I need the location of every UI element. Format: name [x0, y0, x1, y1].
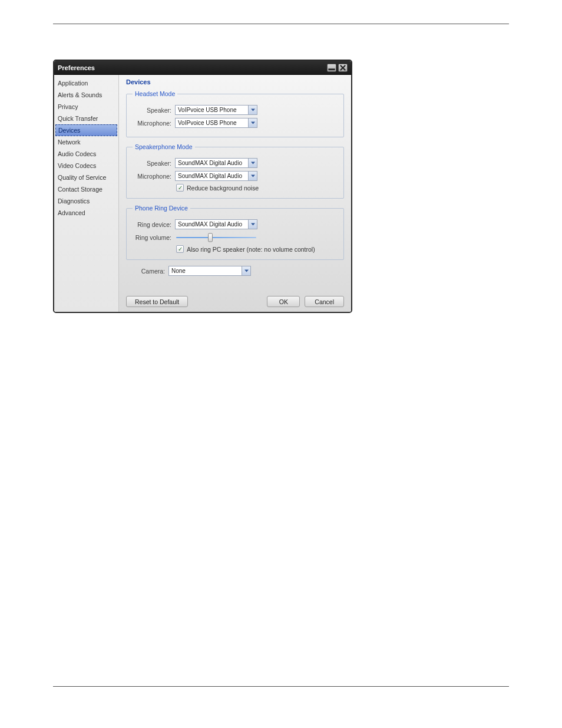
sidebar-item-quick-transfer[interactable]: Quick Transfer	[54, 113, 118, 124]
headset-mode-group: Headset Mode Speaker: VoIPvoice USB Phon…	[126, 90, 344, 137]
svg-marker-8	[244, 269, 249, 272]
speakerphone-microphone-select[interactable]: SoundMAX Digital Audio	[175, 171, 257, 181]
also-ring-pc-speaker-label: Also ring PC speaker (note: no volume co…	[187, 246, 315, 253]
svg-marker-5	[251, 162, 255, 164]
headset-speaker-label: Speaker:	[133, 107, 171, 114]
camera-label: Camera:	[126, 268, 165, 275]
ring-volume-label: Ring volume:	[133, 234, 171, 241]
phone-ring-device-group: Phone Ring Device Ring device: SoundMAX …	[126, 205, 344, 260]
dialog-button-bar: Reset to Default OK Cancel	[126, 296, 344, 307]
sidebar-item-video-codecs[interactable]: Video Codecs	[54, 160, 118, 172]
close-icon	[339, 64, 347, 72]
category-sidebar: Application Alerts & Sounds Privacy Quic…	[54, 75, 119, 312]
headset-mode-legend: Headset Mode	[133, 90, 177, 97]
speakerphone-mode-group: Speakerphone Mode Speaker: SoundMAX Digi…	[126, 143, 344, 199]
ring-device-label: Ring device:	[133, 221, 171, 228]
phone-ring-device-legend: Phone Ring Device	[133, 205, 190, 212]
svg-marker-6	[251, 174, 255, 177]
also-ring-pc-speaker-checkbox[interactable]: ✓	[176, 245, 184, 253]
speakerphone-microphone-label: Microphone:	[133, 173, 171, 180]
sidebar-item-quality-of-service[interactable]: Quality of Service	[54, 172, 118, 183]
sidebar-item-audio-codecs[interactable]: Audio Codecs	[54, 148, 118, 160]
chevron-down-icon	[242, 266, 250, 275]
headset-microphone-label: Microphone:	[133, 120, 171, 127]
speakerphone-speaker-label: Speaker:	[133, 160, 171, 167]
speakerphone-speaker-value: SoundMAX Digital Audio	[178, 160, 242, 166]
window-title: Preferences	[58, 64, 325, 71]
svg-marker-4	[251, 121, 255, 124]
headset-speaker-select[interactable]: VoIPvoice USB Phone	[175, 105, 257, 115]
speakerphone-microphone-value: SoundMAX Digital Audio	[178, 173, 242, 179]
reset-to-default-button[interactable]: Reset to Default	[126, 296, 188, 307]
headset-speaker-value: VoIPvoice USB Phone	[178, 107, 237, 113]
ring-device-value: SoundMAX Digital Audio	[178, 221, 242, 228]
headset-microphone-select[interactable]: VoIPvoice USB Phone	[175, 118, 257, 128]
close-button[interactable]	[338, 64, 348, 72]
main-panel: Devices Headset Mode Speaker: VoIPvoice …	[119, 75, 351, 312]
sidebar-item-application[interactable]: Application	[54, 77, 118, 89]
slider-thumb[interactable]	[208, 233, 213, 242]
chevron-down-icon	[248, 159, 257, 167]
chevron-down-icon	[248, 220, 257, 229]
page-bottom-rule	[53, 686, 509, 687]
reduce-noise-label: Reduce background noise	[187, 185, 259, 192]
ring-volume-slider[interactable]	[175, 232, 257, 242]
sidebar-item-contact-storage[interactable]: Contact Storage	[54, 183, 118, 195]
svg-rect-0	[328, 68, 335, 70]
slider-track	[176, 237, 256, 238]
camera-value: None	[171, 268, 186, 274]
minimize-icon	[328, 64, 336, 72]
sidebar-item-advanced[interactable]: Advanced	[54, 207, 118, 219]
chevron-down-icon	[248, 106, 257, 114]
panel-heading: Devices	[126, 78, 344, 85]
svg-marker-3	[251, 108, 255, 111]
sidebar-item-diagnostics[interactable]: Diagnostics	[54, 195, 118, 207]
ok-button[interactable]: OK	[267, 296, 300, 307]
sidebar-item-privacy[interactable]: Privacy	[54, 101, 118, 113]
camera-select[interactable]: None	[168, 266, 251, 276]
chevron-down-icon	[248, 172, 257, 180]
headset-microphone-value: VoIPvoice USB Phone	[178, 120, 237, 126]
chevron-down-icon	[248, 118, 257, 127]
sidebar-item-network[interactable]: Network	[54, 136, 118, 148]
sidebar-item-devices[interactable]: Devices	[55, 124, 117, 136]
cancel-button[interactable]: Cancel	[305, 296, 344, 307]
ring-device-select[interactable]: SoundMAX Digital Audio	[175, 219, 257, 229]
speakerphone-speaker-select[interactable]: SoundMAX Digital Audio	[175, 158, 257, 168]
page-top-rule	[53, 24, 509, 24]
preferences-dialog: Preferences Application Alerts & Sounds …	[53, 60, 352, 313]
reduce-noise-checkbox[interactable]: ✓	[176, 184, 184, 192]
svg-marker-7	[251, 223, 255, 225]
speakerphone-mode-legend: Speakerphone Mode	[133, 143, 195, 150]
minimize-button[interactable]	[327, 64, 336, 72]
titlebar: Preferences	[54, 61, 351, 75]
sidebar-item-alerts-sounds[interactable]: Alerts & Sounds	[54, 89, 118, 101]
